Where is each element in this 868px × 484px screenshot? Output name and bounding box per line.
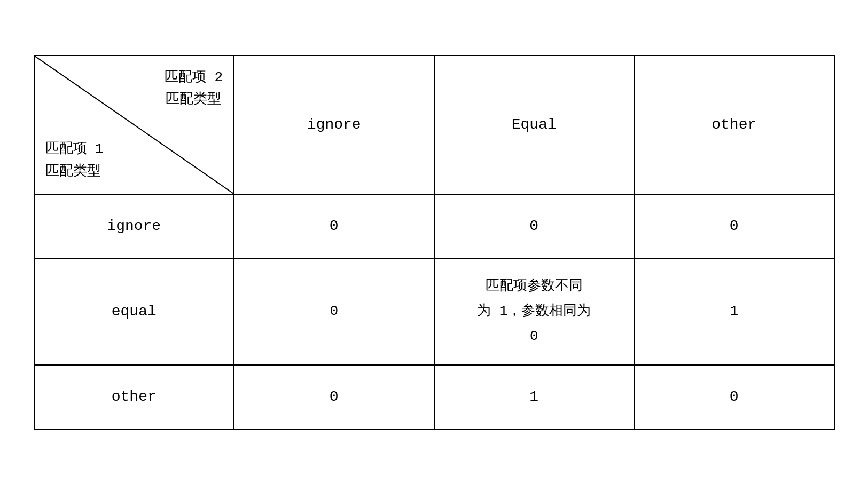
- header-bottom-left-text: 匹配项 1 匹配类型: [45, 138, 104, 183]
- cell-equal-other: 1: [634, 258, 834, 365]
- comparison-table: 匹配项 2 匹配类型 匹配项 1 匹配类型 ignore Equal other…: [34, 55, 835, 430]
- match-type-top-label: 匹配类型: [165, 89, 223, 111]
- cell-ignore-equal: 0: [434, 194, 635, 258]
- cell-other-other: 0: [634, 365, 834, 429]
- match-item-1-label: 匹配项 1: [45, 138, 104, 161]
- cell-equal-ignore: 0: [234, 258, 434, 365]
- col-header-other: other: [634, 55, 834, 194]
- cell-other-equal: 1: [434, 365, 635, 429]
- row-header-equal: equal: [34, 258, 234, 365]
- cell-ignore-ignore: 0: [234, 194, 434, 258]
- diagonal-header-cell: 匹配项 2 匹配类型 匹配项 1 匹配类型: [34, 55, 234, 194]
- cell-ignore-other: 0: [634, 194, 834, 258]
- row-header-ignore: ignore: [34, 194, 234, 258]
- cell-equal-equal: 匹配项参数不同为 1，参数相同为0: [434, 258, 635, 365]
- match-type-bottom-label: 匹配类型: [45, 161, 104, 183]
- match-item-2-label: 匹配项 2: [165, 67, 223, 89]
- table-row: other 0 1 0: [34, 365, 834, 429]
- header-top-right-text: 匹配项 2 匹配类型: [165, 67, 223, 111]
- table-row: ignore 0 0 0: [34, 194, 834, 258]
- col-header-ignore: ignore: [234, 55, 434, 194]
- cell-other-ignore: 0: [234, 365, 434, 429]
- row-header-other: other: [34, 365, 234, 429]
- table-row: equal 0 匹配项参数不同为 1，参数相同为0 1: [34, 258, 834, 365]
- main-table-container: 匹配项 2 匹配类型 匹配项 1 匹配类型 ignore Equal other…: [34, 55, 835, 430]
- col-header-equal: Equal: [434, 55, 635, 194]
